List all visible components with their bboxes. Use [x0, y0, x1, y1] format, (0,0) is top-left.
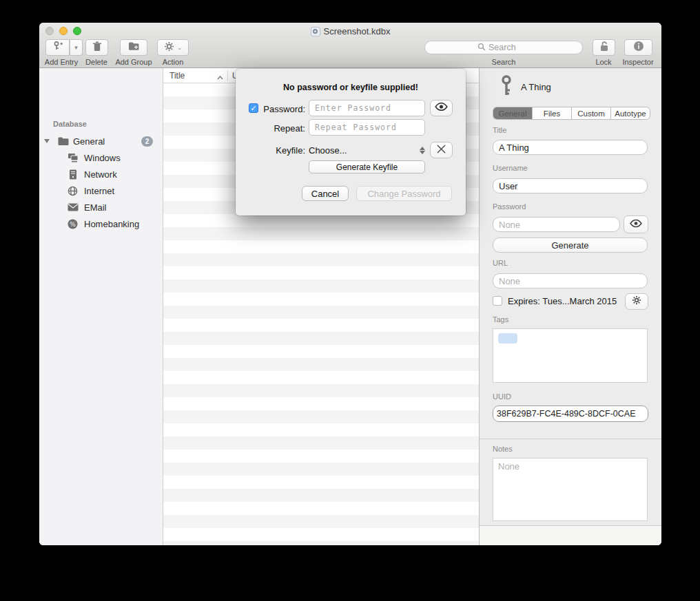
sidebar: Database General 2 Windows: [39, 68, 163, 545]
password-label: Password:: [262, 104, 305, 114]
sidebar-item-label: General: [73, 136, 105, 147]
sidebar-section-header: Database: [53, 120, 87, 128]
tab-general[interactable]: General: [493, 107, 533, 119]
inspector-label: Inspector: [622, 58, 653, 66]
eye-icon: [434, 102, 449, 114]
entry-title: A Thing: [521, 82, 551, 92]
sidebar-item-label: Internet: [84, 186, 114, 196]
url-field[interactable]: [493, 273, 648, 288]
delete-label: Delete: [85, 58, 107, 66]
keyfile-label: Keyfile:: [262, 145, 305, 156]
notes-divider: [480, 439, 661, 439]
globe-icon: [67, 185, 79, 197]
tab-autotype[interactable]: Autotype: [611, 107, 650, 119]
clear-keyfile-button[interactable]: [430, 142, 453, 158]
titlebar-toolbar: Screenshot.kdbx ▼ Add Entry Del: [39, 23, 661, 68]
change-password-dialog: No password or keyfile supplied! ✓ Passw…: [236, 69, 466, 215]
add-entry-dropdown-button[interactable]: ▼: [70, 39, 83, 56]
inspector-panel: A Thing General Files Custom Autotype Ti…: [480, 68, 661, 545]
generate-keyfile-button[interactable]: Generate Keyfile: [309, 160, 425, 173]
chevron-down-icon: ⌄: [177, 45, 182, 51]
tab-custom[interactable]: Custom: [572, 107, 611, 119]
username-field-label: Username: [493, 164, 528, 172]
expires-label: Expires: Tues...March 2015: [508, 296, 617, 306]
expires-checkbox[interactable]: [493, 296, 502, 306]
document-icon: [311, 27, 320, 36]
close-x-icon: [437, 144, 446, 156]
sidebar-item-label: Windows: [84, 153, 121, 163]
key-plus-icon: [52, 41, 63, 54]
percent-icon: %: [67, 218, 79, 230]
chevron-down-icon: ▼: [74, 45, 79, 51]
search-input[interactable]: [488, 43, 530, 52]
title-field[interactable]: [493, 140, 648, 155]
uuid-field[interactable]: [493, 405, 648, 422]
reveal-password-button[interactable]: [624, 215, 648, 233]
tags-box[interactable]: [493, 328, 648, 383]
inspector-button[interactable]: [624, 39, 652, 56]
stepper-icon: [420, 147, 425, 154]
tag-pill[interactable]: [498, 333, 517, 344]
add-entry-button[interactable]: [45, 39, 70, 56]
password-field-label: Password: [493, 202, 526, 211]
disclosure-triangle-icon[interactable]: [44, 139, 50, 143]
add-group-button[interactable]: [120, 39, 147, 56]
search-field[interactable]: [424, 41, 583, 54]
action-label: Action: [163, 58, 184, 66]
title-field-label: Title: [493, 126, 506, 134]
search-icon: [477, 41, 486, 54]
generate-password-button[interactable]: Generate: [493, 238, 648, 253]
svg-text:%: %: [70, 220, 75, 227]
delete-button[interactable]: [85, 39, 108, 56]
password-checkbox[interactable]: ✓: [249, 103, 258, 113]
change-password-button[interactable]: Change Password: [356, 186, 452, 201]
envelope-icon: [67, 202, 79, 213]
sidebar-item-label: Homebanking: [84, 219, 139, 229]
lock-button[interactable]: [593, 39, 615, 56]
add-entry-label: Add Entry: [45, 58, 78, 66]
reveal-password-button[interactable]: [430, 100, 453, 116]
gear-icon: [164, 41, 174, 54]
folder-icon: [57, 136, 69, 147]
password-field[interactable]: [493, 217, 620, 232]
sort-ascending-icon: [217, 72, 223, 82]
repeat-password-input[interactable]: [309, 119, 425, 136]
keyfile-popup-value: Choose...: [309, 145, 347, 156]
server-icon: [67, 169, 79, 180]
keyfile-popup[interactable]: Choose...: [309, 142, 425, 158]
window-title: Screenshot.kdbx: [324, 26, 391, 36]
column-header-title[interactable]: Title: [169, 71, 185, 81]
notes-field[interactable]: [493, 458, 648, 521]
entry-count-badge: 2: [141, 136, 153, 147]
sidebar-item-label: Network: [84, 169, 117, 180]
sidebar-item-windows[interactable]: Windows: [39, 151, 163, 165]
info-icon: [633, 41, 644, 54]
tags-field-label: Tags: [493, 315, 508, 324]
password-input[interactable]: [309, 100, 425, 116]
repeat-label: Repeat:: [262, 123, 305, 134]
sidebar-item-email[interactable]: EMail: [39, 200, 163, 214]
column-divider[interactable]: [227, 70, 228, 81]
expires-options-button[interactable]: [625, 293, 648, 310]
sidebar-item-label: EMail: [84, 202, 107, 213]
sidebar-item-homebanking[interactable]: % Homebanking: [39, 217, 163, 231]
trash-icon: [92, 41, 102, 54]
inspector-footer: [480, 525, 661, 545]
tab-files[interactable]: Files: [533, 107, 572, 119]
folder-plus-icon: [128, 41, 140, 54]
add-group-label: Add Group: [115, 58, 152, 66]
url-field-label: URL: [493, 259, 508, 267]
sidebar-item-general[interactable]: General 2: [39, 134, 163, 148]
windows-icon: [67, 152, 79, 164]
username-field[interactable]: [493, 178, 648, 193]
sidebar-item-internet[interactable]: Internet: [39, 184, 163, 198]
search-label: Search: [492, 58, 516, 66]
key-icon: [499, 75, 514, 100]
dialog-message: No password or keyfile supplied!: [236, 83, 466, 92]
sidebar-item-network[interactable]: Network: [39, 167, 163, 181]
gear-icon: [632, 295, 641, 308]
action-button[interactable]: ⌄: [157, 39, 189, 56]
eye-icon: [629, 218, 643, 231]
cancel-button[interactable]: Cancel: [302, 186, 349, 201]
window-title-area: Screenshot.kdbx: [39, 25, 661, 37]
